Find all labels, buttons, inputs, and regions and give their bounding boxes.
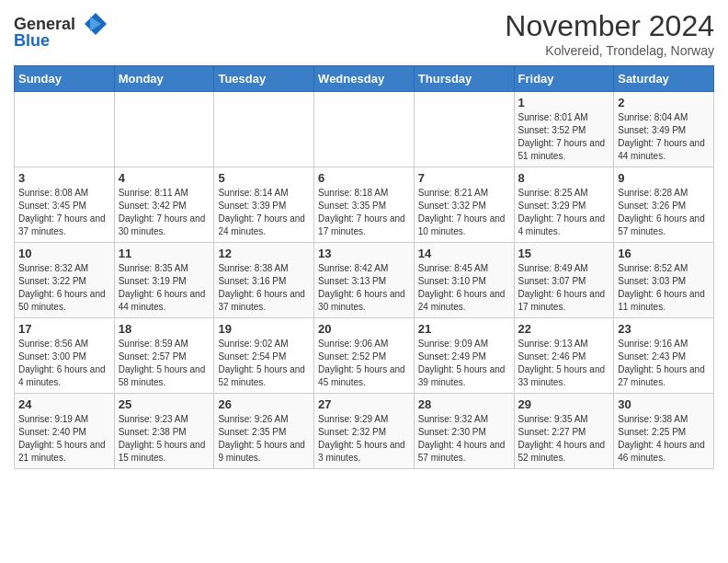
calendar-cell: 19Sunrise: 9:02 AM Sunset: 2:54 PM Dayli… [214,318,314,394]
day-info: Sunrise: 8:25 AM Sunset: 3:29 PM Dayligh… [518,187,610,238]
day-number: 13 [318,247,410,260]
calendar-cell: 14Sunrise: 8:45 AM Sunset: 3:10 PM Dayli… [414,243,514,318]
day-number: 16 [618,247,710,260]
day-number: 8 [518,171,610,185]
weekday-header-tuesday: Tuesday [214,66,314,92]
day-info: Sunrise: 8:01 AM Sunset: 3:52 PM Dayligh… [518,111,610,163]
day-number: 1 [518,96,610,109]
day-info: Sunrise: 9:16 AM Sunset: 2:43 PM Dayligh… [618,338,710,389]
day-info: Sunrise: 8:49 AM Sunset: 3:07 PM Dayligh… [518,262,610,314]
day-number: 4 [119,171,210,185]
day-number: 12 [218,247,310,260]
calendar-cell: 23Sunrise: 9:16 AM Sunset: 2:43 PM Dayli… [614,318,714,394]
calendar-week-row: 10Sunrise: 8:32 AM Sunset: 3:22 PM Dayli… [15,243,714,318]
day-number: 10 [18,247,110,260]
day-info: Sunrise: 8:28 AM Sunset: 3:26 PM Dayligh… [618,187,710,238]
calendar-cell: 13Sunrise: 8:42 AM Sunset: 3:13 PM Dayli… [314,243,415,318]
day-number: 6 [318,171,410,185]
day-number: 25 [119,397,210,411]
day-number: 22 [518,322,610,336]
calendar-cell: 18Sunrise: 8:59 AM Sunset: 2:57 PM Dayli… [114,318,214,394]
calendar-cell: 1Sunrise: 8:01 AM Sunset: 3:52 PM Daylig… [514,92,614,167]
day-number: 30 [618,397,710,411]
day-number: 5 [218,171,310,185]
calendar-cell: 2Sunrise: 8:04 AM Sunset: 3:49 PM Daylig… [614,92,714,167]
day-number: 18 [119,322,210,336]
logo-icon [77,9,107,39]
day-info: Sunrise: 8:14 AM Sunset: 3:39 PM Dayligh… [218,187,310,238]
month-title: November 2024 [505,9,714,43]
day-number: 28 [418,397,510,411]
day-number: 14 [418,247,510,260]
calendar-cell: 5Sunrise: 8:14 AM Sunset: 3:39 PM Daylig… [214,167,314,243]
logo-blue: Blue [14,31,50,51]
calendar-week-row: 1Sunrise: 8:01 AM Sunset: 3:52 PM Daylig… [15,92,714,167]
day-info: Sunrise: 9:29 AM Sunset: 2:32 PM Dayligh… [318,413,410,465]
calendar-week-row: 3Sunrise: 8:08 AM Sunset: 3:45 PM Daylig… [15,167,714,243]
weekday-header-sunday: Sunday [15,66,115,92]
day-info: Sunrise: 8:52 AM Sunset: 3:03 PM Dayligh… [618,262,710,314]
calendar-cell: 29Sunrise: 9:35 AM Sunset: 2:27 PM Dayli… [514,394,614,469]
day-info: Sunrise: 8:56 AM Sunset: 3:00 PM Dayligh… [18,338,110,389]
day-info: Sunrise: 9:13 AM Sunset: 2:46 PM Dayligh… [518,338,610,389]
day-number: 23 [618,322,710,336]
calendar-cell: 11Sunrise: 8:35 AM Sunset: 3:19 PM Dayli… [114,243,214,318]
day-number: 2 [618,96,710,109]
calendar-cell: 21Sunrise: 9:09 AM Sunset: 2:49 PM Dayli… [414,318,514,394]
calendar-cell [414,92,514,167]
day-number: 3 [18,171,110,185]
calendar-cell: 27Sunrise: 9:29 AM Sunset: 2:32 PM Dayli… [314,394,415,469]
calendar-cell: 8Sunrise: 8:25 AM Sunset: 3:29 PM Daylig… [514,167,614,243]
calendar-table: SundayMondayTuesdayWednesdayThursdayFrid… [14,65,714,469]
day-info: Sunrise: 9:09 AM Sunset: 2:49 PM Dayligh… [418,338,510,389]
calendar-cell: 6Sunrise: 8:18 AM Sunset: 3:35 PM Daylig… [314,167,415,243]
calendar-cell: 25Sunrise: 9:23 AM Sunset: 2:38 PM Dayli… [114,394,214,469]
day-number: 15 [518,247,610,260]
day-number: 19 [218,322,310,336]
calendar-cell: 10Sunrise: 8:32 AM Sunset: 3:22 PM Dayli… [15,243,115,318]
calendar-cell [15,92,115,167]
day-number: 17 [18,322,110,336]
day-number: 27 [318,397,410,411]
calendar-cell: 12Sunrise: 8:38 AM Sunset: 3:16 PM Dayli… [214,243,314,318]
calendar-cell: 17Sunrise: 8:56 AM Sunset: 3:00 PM Dayli… [15,318,115,394]
calendar-cell: 4Sunrise: 8:11 AM Sunset: 3:42 PM Daylig… [114,167,214,243]
day-info: Sunrise: 8:38 AM Sunset: 3:16 PM Dayligh… [218,262,310,314]
calendar-cell: 24Sunrise: 9:19 AM Sunset: 2:40 PM Dayli… [15,394,115,469]
calendar-cell [214,92,314,167]
day-info: Sunrise: 8:45 AM Sunset: 3:10 PM Dayligh… [418,262,510,314]
day-info: Sunrise: 8:59 AM Sunset: 2:57 PM Dayligh… [119,338,210,389]
day-info: Sunrise: 9:35 AM Sunset: 2:27 PM Dayligh… [518,413,610,465]
calendar-cell: 26Sunrise: 9:26 AM Sunset: 2:35 PM Dayli… [214,394,314,469]
day-info: Sunrise: 8:04 AM Sunset: 3:49 PM Dayligh… [618,111,710,163]
day-number: 7 [418,171,510,185]
day-number: 21 [418,322,510,336]
day-number: 24 [18,397,110,411]
calendar-week-row: 24Sunrise: 9:19 AM Sunset: 2:40 PM Dayli… [15,394,714,469]
calendar-cell [314,92,415,167]
logo: General Blue [14,9,107,51]
weekday-header-saturday: Saturday [614,66,714,92]
calendar-cell: 3Sunrise: 8:08 AM Sunset: 3:45 PM Daylig… [15,167,115,243]
day-info: Sunrise: 8:11 AM Sunset: 3:42 PM Dayligh… [119,187,210,238]
weekday-header-thursday: Thursday [414,66,514,92]
day-number: 9 [618,171,710,185]
day-info: Sunrise: 9:32 AM Sunset: 2:30 PM Dayligh… [418,413,510,465]
day-info: Sunrise: 9:19 AM Sunset: 2:40 PM Dayligh… [18,413,110,465]
weekday-header-monday: Monday [114,66,214,92]
day-info: Sunrise: 9:38 AM Sunset: 2:25 PM Dayligh… [618,413,710,465]
day-number: 11 [119,247,210,260]
calendar-cell: 15Sunrise: 8:49 AM Sunset: 3:07 PM Dayli… [514,243,614,318]
calendar-cell: 22Sunrise: 9:13 AM Sunset: 2:46 PM Dayli… [514,318,614,394]
weekday-header-wednesday: Wednesday [314,66,415,92]
calendar-cell: 30Sunrise: 9:38 AM Sunset: 2:25 PM Dayli… [614,394,714,469]
day-info: Sunrise: 8:32 AM Sunset: 3:22 PM Dayligh… [18,262,110,314]
day-info: Sunrise: 8:18 AM Sunset: 3:35 PM Dayligh… [318,187,410,238]
calendar-cell: 7Sunrise: 8:21 AM Sunset: 3:32 PM Daylig… [414,167,514,243]
calendar-cell: 9Sunrise: 8:28 AM Sunset: 3:26 PM Daylig… [614,167,714,243]
day-info: Sunrise: 8:42 AM Sunset: 3:13 PM Dayligh… [318,262,410,314]
day-info: Sunrise: 9:26 AM Sunset: 2:35 PM Dayligh… [218,413,310,465]
day-info: Sunrise: 9:06 AM Sunset: 2:52 PM Dayligh… [318,338,410,389]
day-info: Sunrise: 8:08 AM Sunset: 3:45 PM Dayligh… [18,187,110,238]
day-number: 26 [218,397,310,411]
